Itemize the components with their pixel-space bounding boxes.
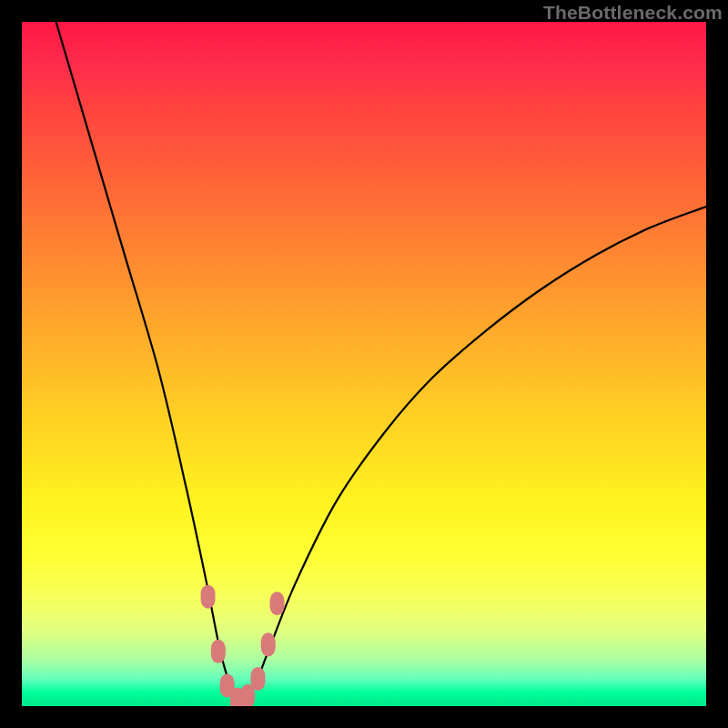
watermark-text: TheBottleneck.com	[543, 2, 723, 24]
bottleneck-curve	[56, 22, 706, 703]
optimum-marker	[201, 585, 216, 609]
optimum-zone-markers	[201, 585, 285, 706]
optimum-marker	[211, 640, 226, 663]
optimum-marker	[269, 592, 284, 615]
chart-frame	[22, 22, 706, 706]
optimum-marker	[250, 667, 265, 691]
chart-svg	[22, 22, 706, 706]
optimum-marker	[261, 632, 276, 656]
